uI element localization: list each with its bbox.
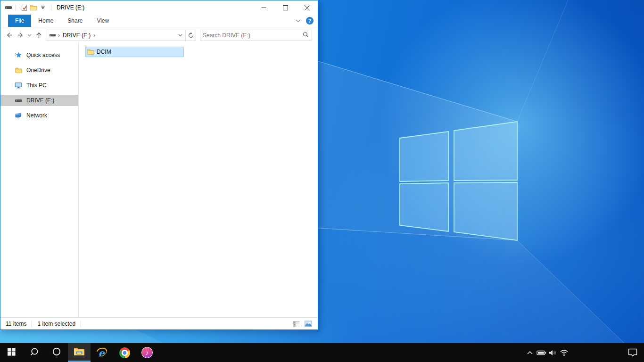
drive-icon [49, 32, 56, 39]
tab-home-label: Home [38, 17, 53, 24]
volume-icon[interactable] [547, 343, 558, 362]
caption-buttons [253, 0, 318, 15]
customize-qat-caret[interactable] [38, 2, 48, 13]
desktop-screen: DRIVE (E:) File Home Share View [0, 0, 644, 362]
action-center-icon[interactable] [621, 343, 644, 362]
address-separator [185, 30, 186, 41]
address-bar[interactable]: › DRIVE (E:) › [46, 30, 196, 41]
chrome-button[interactable] [113, 343, 136, 362]
file-list-area[interactable]: DCIM [79, 43, 318, 317]
status-separator [81, 321, 81, 327]
qat-properties-button[interactable] [19, 2, 29, 13]
maximize-button[interactable] [274, 0, 296, 15]
breadcrumb-chevron: › [58, 32, 60, 39]
star-icon [15, 51, 22, 59]
forward-button[interactable] [15, 30, 26, 41]
ribbon-tab-row: File Home Share View ? [0, 15, 318, 27]
itunes-icon: ♪ [141, 347, 153, 358]
file-item-label: DCIM [97, 49, 111, 55]
sidebar-item-label: Quick access [26, 52, 60, 58]
drive-icon [15, 97, 22, 104]
cortana-button[interactable] [45, 343, 68, 362]
tab-view-label: View [97, 17, 109, 24]
selection-count: 1 item selected [37, 321, 75, 327]
titlebar-separator [16, 5, 16, 11]
tab-view[interactable]: View [90, 15, 116, 27]
navigation-pane: Quick access OneDrive This PC [0, 43, 79, 317]
cortana-icon [52, 347, 61, 358]
breadcrumb-segment[interactable]: DRIVE (E:) [63, 32, 91, 39]
network-icon [15, 112, 22, 119]
search-box[interactable] [200, 30, 312, 41]
recent-locations-chevron-icon[interactable] [26, 30, 33, 41]
tray-spacer [570, 343, 621, 362]
up-button[interactable] [33, 30, 44, 41]
large-icons-view-icon[interactable] [304, 320, 313, 328]
expand-ribbon-chevron-icon[interactable] [296, 17, 301, 24]
refresh-icon[interactable] [186, 31, 195, 40]
battery-icon[interactable] [536, 343, 547, 362]
search-icon [30, 347, 39, 358]
file-explorer-window: DRIVE (E:) File Home Share View [0, 0, 318, 330]
breadcrumb-chevron[interactable]: › [93, 32, 95, 39]
drive-icon [5, 4, 12, 11]
music-note-glyph: ♪ [146, 349, 149, 356]
system-tray [524, 343, 644, 362]
hidden-icons-chevron-icon[interactable] [524, 343, 536, 362]
sidebar-item-label: Network [26, 112, 47, 119]
file-explorer-icon [74, 347, 85, 358]
sidebar-item-drive-e[interactable]: DRIVE (E:) [0, 95, 78, 106]
status-bar: 11 items 1 item selected [0, 317, 318, 329]
sidebar-item-label: This PC [26, 82, 47, 89]
items-count: 11 items [6, 321, 26, 327]
windows-logo-icon [8, 348, 16, 358]
sidebar-item-quick-access[interactable]: Quick access [0, 49, 78, 61]
navigation-bar: › DRIVE (E:) › [0, 27, 318, 43]
explorer-body: Quick access OneDrive This PC [0, 43, 318, 317]
tab-home[interactable]: Home [31, 15, 60, 27]
help-glyph: ? [308, 18, 312, 24]
wifi-icon[interactable] [558, 343, 570, 362]
address-dropdown-chevron-icon[interactable] [176, 31, 185, 40]
status-separator [32, 321, 32, 327]
sidebar-item-network[interactable]: Network [0, 110, 78, 121]
monitor-icon [15, 82, 22, 89]
start-button[interactable] [0, 343, 23, 362]
minimize-button[interactable] [253, 0, 274, 15]
tab-share-label: Share [67, 17, 83, 24]
folder-icon [15, 66, 22, 74]
internet-explorer-icon: e [96, 346, 108, 359]
title-bar: DRIVE (E:) [0, 0, 318, 15]
tab-file-label: File [15, 17, 24, 24]
help-button[interactable]: ? [306, 17, 314, 25]
search-input[interactable] [203, 32, 302, 39]
qat-new-folder-button[interactable] [29, 2, 38, 13]
search-icon[interactable] [302, 31, 309, 40]
internet-explorer-button[interactable]: e [91, 343, 113, 362]
titlebar-separator [51, 5, 51, 11]
window-title: DRIVE (E:) [57, 4, 84, 11]
sidebar-item-label: DRIVE (E:) [26, 97, 54, 104]
file-item-dcim[interactable]: DCIM [85, 47, 184, 57]
tab-share[interactable]: Share [60, 15, 90, 27]
close-button[interactable] [296, 0, 318, 15]
taskbar: e ♪ [0, 343, 644, 362]
details-view-icon[interactable] [292, 320, 301, 328]
sidebar-item-onedrive[interactable]: OneDrive [0, 65, 78, 76]
folder-icon [87, 48, 94, 56]
back-button[interactable] [3, 30, 15, 41]
itunes-button[interactable]: ♪ [136, 343, 158, 362]
sidebar-item-this-pc[interactable]: This PC [0, 80, 78, 91]
sidebar-item-label: OneDrive [26, 67, 50, 74]
tab-file[interactable]: File [8, 15, 31, 27]
taskbar-file-explorer-button[interactable] [68, 343, 91, 362]
taskbar-search-button[interactable] [23, 343, 45, 362]
chrome-icon [119, 347, 130, 358]
